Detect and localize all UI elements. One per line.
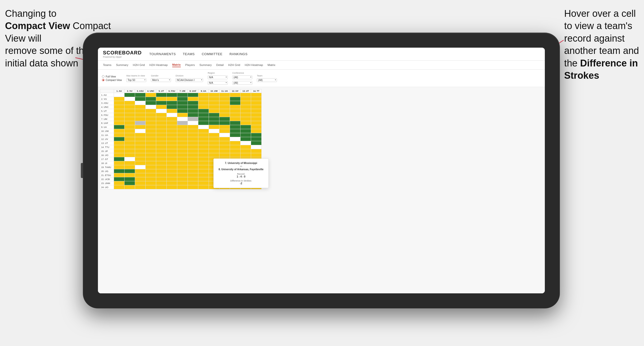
- conference-select[interactable]: (All): [232, 75, 252, 79]
- matrix-cell-21-8[interactable]: [198, 177, 209, 181]
- matrix-cell-18-2[interactable]: [135, 165, 146, 169]
- subnav-h2h-grid2[interactable]: H2H Grid: [228, 63, 240, 67]
- matrix-cell-1-0[interactable]: [114, 97, 125, 101]
- matrix-cell-15-10[interactable]: [219, 153, 230, 157]
- gender-select[interactable]: Men's: [151, 78, 171, 82]
- subnav-matrix[interactable]: Matrix: [172, 63, 181, 67]
- matrix-cell-7-4[interactable]: [156, 121, 167, 125]
- matrix-cell-15-2[interactable]: [135, 153, 146, 157]
- matrix-cell-7-10[interactable]: [219, 121, 230, 125]
- matrix-cell-2-12[interactable]: [241, 101, 251, 105]
- matrix-cell-15-4[interactable]: [156, 153, 167, 157]
- region-select[interactable]: N/A: [208, 75, 228, 79]
- matrix-cell-10-12[interactable]: [241, 133, 251, 137]
- matrix-cell-7-13[interactable]: [251, 121, 262, 125]
- matrix-cell-14-5[interactable]: [167, 149, 177, 153]
- matrix-cell-8-3[interactable]: [146, 125, 156, 129]
- matrix-cell-4-11[interactable]: [230, 109, 241, 113]
- matrix-cell-14-10[interactable]: [219, 149, 230, 153]
- matrix-cell-7-9[interactable]: [209, 121, 219, 125]
- matrix-cell-1-8[interactable]: [198, 97, 209, 101]
- matrix-cell-10-0[interactable]: [114, 133, 125, 137]
- matrix-cell-11-7[interactable]: [188, 137, 198, 141]
- matrix-cell-14-0[interactable]: [114, 149, 125, 153]
- matrix-cell-10-5[interactable]: [167, 133, 177, 137]
- matrix-cell-20-6[interactable]: [177, 173, 188, 177]
- matrix-cell-7-5[interactable]: [167, 121, 177, 125]
- matrix-cell-9-1[interactable]: [125, 129, 135, 133]
- matrix-cell-14-4[interactable]: [156, 149, 167, 153]
- matrix-cell-6-5[interactable]: [167, 117, 177, 121]
- matrix-cell-1-9[interactable]: [209, 97, 219, 101]
- matrix-cell-4-6[interactable]: [177, 109, 188, 113]
- matrix-cell-1-7[interactable]: [188, 97, 198, 101]
- matrix-cell-4-10[interactable]: [219, 109, 230, 113]
- matrix-cell-22-1[interactable]: [125, 181, 135, 185]
- matrix-cell-7-7[interactable]: [188, 121, 198, 125]
- matrix-cell-15-3[interactable]: [146, 153, 156, 157]
- matrix-cell-21-0[interactable]: [114, 177, 125, 181]
- matrix-cell-8-10[interactable]: [219, 125, 230, 129]
- matrix-cell-0-2[interactable]: [135, 93, 146, 97]
- matrix-cell-17-4[interactable]: [156, 161, 167, 165]
- matrix-cell-23-7[interactable]: [188, 185, 198, 189]
- matrix-cell-16-7[interactable]: [188, 157, 198, 161]
- matrix-cell-11-9[interactable]: [209, 137, 219, 141]
- matrix-cell-13-11[interactable]: [230, 145, 241, 149]
- matrix-cell-13-2[interactable]: [135, 145, 146, 149]
- matrix-cell-22-3[interactable]: [146, 181, 156, 185]
- matrix-cell-19-6[interactable]: [177, 169, 188, 173]
- matrix-cell-3-13[interactable]: [251, 105, 262, 109]
- matrix-cell-2-13[interactable]: [251, 101, 262, 105]
- matrix-cell-14-9[interactable]: [209, 149, 219, 153]
- matrix-cell-12-7[interactable]: [188, 141, 198, 145]
- team-select[interactable]: (All): [257, 78, 277, 82]
- matrix-cell-13-3[interactable]: [146, 145, 156, 149]
- matrix-cell-0-8[interactable]: [198, 93, 209, 97]
- matrix-cell-10-13[interactable]: [251, 133, 262, 137]
- matrix-cell-2-2[interactable]: [135, 101, 146, 105]
- matrix-cell-13-10[interactable]: [219, 145, 230, 149]
- matrix-cell-10-10[interactable]: [219, 133, 230, 137]
- matrix-cell-19-8[interactable]: [198, 169, 209, 173]
- matrix-cell-8-11[interactable]: [230, 125, 241, 129]
- matrix-cell-17-1[interactable]: [125, 161, 135, 165]
- matrix-cell-5-7[interactable]: [188, 113, 198, 117]
- matrix-cell-12-8[interactable]: [198, 141, 209, 145]
- subnav-summary[interactable]: Summary: [116, 63, 128, 67]
- matrix-cell-3-11[interactable]: [230, 105, 241, 109]
- matrix-cell-1-13[interactable]: [251, 97, 262, 101]
- matrix-cell-2-6[interactable]: [177, 101, 188, 105]
- matrix-cell-23-2[interactable]: [135, 185, 146, 189]
- nav-teams[interactable]: TEAMS: [183, 52, 195, 56]
- matrix-cell-8-1[interactable]: [125, 125, 135, 129]
- matrix-cell-1-4[interactable]: [156, 97, 167, 101]
- matrix-cell-9-7[interactable]: [188, 129, 198, 133]
- matrix-cell-11-8[interactable]: [198, 137, 209, 141]
- matrix-cell-4-2[interactable]: [135, 109, 146, 113]
- matrix-cell-12-13[interactable]: [251, 141, 262, 145]
- matrix-cell-1-10[interactable]: [219, 97, 230, 101]
- matrix-cell-9-12[interactable]: [241, 129, 251, 133]
- matrix-cell-11-0[interactable]: [114, 137, 125, 141]
- matrix-cell-7-6[interactable]: [177, 121, 188, 125]
- matrix-cell-23-6[interactable]: [177, 185, 188, 189]
- matrix-cell-19-4[interactable]: [156, 169, 167, 173]
- matrix-cell-23-0[interactable]: [114, 185, 125, 189]
- matrix-cell-10-8[interactable]: [198, 133, 209, 137]
- matrix-cell-8-2[interactable]: [135, 125, 146, 129]
- matrix-cell-7-3[interactable]: [146, 121, 156, 125]
- matrix-cell-22-2[interactable]: [135, 181, 146, 185]
- matrix-cell-12-1[interactable]: [125, 141, 135, 145]
- matrix-cell-13-12[interactable]: [241, 145, 251, 149]
- matrix-cell-10-3[interactable]: [146, 133, 156, 137]
- matrix-cell-2-1[interactable]: [125, 101, 135, 105]
- matrix-cell-9-3[interactable]: [146, 129, 156, 133]
- matrix-cell-16-3[interactable]: [146, 157, 156, 161]
- matrix-cell-6-11[interactable]: [230, 117, 241, 121]
- matrix-cell-15-7[interactable]: [188, 153, 198, 157]
- matrix-cell-5-2[interactable]: [135, 113, 146, 117]
- matrix-cell-11-4[interactable]: [156, 137, 167, 141]
- matrix-cell-19-1[interactable]: [125, 169, 135, 173]
- matrix-cell-0-4[interactable]: [156, 93, 167, 97]
